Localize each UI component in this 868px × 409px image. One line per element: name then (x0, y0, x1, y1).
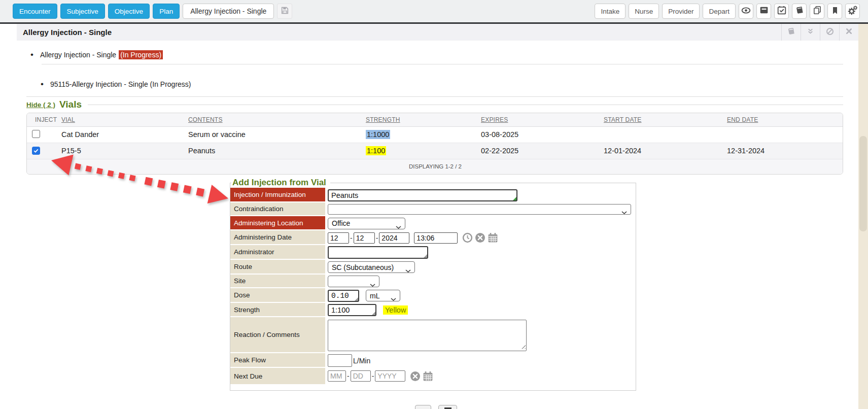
calendar-icon[interactable] (423, 371, 433, 382)
chevron-down-icon (621, 208, 627, 216)
date-year-input[interactable] (379, 232, 409, 244)
forms-list-item-2: 95115-Allergy Injection - Single (In Pro… (41, 79, 191, 89)
panel-journal-button[interactable] (781, 24, 801, 41)
contraindication-label: Contraindication (230, 202, 325, 216)
forms-list-item-1: Allergy Injection - Single (In Progress) (30, 50, 163, 60)
sort-start-date[interactable]: START DATE (604, 116, 641, 123)
clear-date-icon[interactable] (475, 232, 485, 243)
sort-expires[interactable]: EXPIRES (481, 116, 508, 123)
sort-contents[interactable]: CONTENTS (188, 116, 223, 123)
appointments-button[interactable] (774, 4, 789, 19)
save-form-button[interactable] (277, 4, 292, 19)
journal-button[interactable] (792, 4, 807, 19)
cell-expires: 03-08-2025 (480, 126, 603, 143)
panel-disable-button[interactable] (820, 24, 839, 41)
drawer-icon (759, 6, 769, 17)
copy-button[interactable] (810, 4, 824, 19)
displaying-count: DISPLAYING 1-2 / 2 (27, 159, 843, 174)
sort-vial[interactable]: VIAL (61, 116, 75, 123)
panel-collapse-button[interactable] (801, 24, 820, 41)
vial-color-tag: Yellow (383, 305, 408, 315)
date-day-input[interactable] (354, 232, 375, 244)
dose-input[interactable] (328, 290, 359, 302)
next-due-year-input[interactable] (375, 370, 405, 382)
screen: Encounter Subjective Objective Plan Alle… (0, 0, 868, 409)
chevron-down-icon (370, 281, 375, 289)
cell-start-date (603, 126, 726, 143)
row-administrator: Administrator (230, 245, 636, 260)
route-select[interactable]: SC (Subcutaneous) (328, 261, 415, 273)
intake-button[interactable]: Intake (595, 4, 626, 19)
panel-close-button[interactable] (839, 24, 858, 41)
header-contents: CONTENTS (187, 113, 365, 126)
double-chevron-down-icon (807, 27, 814, 37)
row-reaction: Reaction / Comments (230, 317, 636, 353)
header-start-date: START DATE (603, 113, 726, 126)
row-contraindication: Contraindication (230, 202, 636, 216)
strength-label: Strength (230, 303, 325, 317)
time-input[interactable] (414, 232, 458, 244)
hide-vials-link[interactable]: Hide ( 2 ) (26, 101, 55, 109)
scrollbar-thumb[interactable] (859, 136, 867, 231)
toolbar-right-group: Intake Nurse Provider Depart (595, 4, 860, 19)
dose-unit-select[interactable]: mL (366, 290, 400, 301)
row-peak-flow: Peak Flow L/Min (230, 353, 636, 368)
peak-flow-input[interactable] (328, 354, 352, 367)
header-expires: EXPIRES (480, 113, 603, 126)
current-form-button[interactable]: Allergy Injection - Single (183, 4, 274, 19)
settings-button[interactable] (845, 4, 860, 19)
header-strength: STRENGTH (365, 113, 480, 126)
reaction-textarea[interactable] (328, 320, 527, 351)
bookmark-icon (831, 6, 839, 17)
administering-location-select[interactable]: Office (328, 218, 405, 229)
row-site: Site (230, 275, 636, 288)
calendar-check-icon (777, 6, 786, 17)
bottom-button-1[interactable] (415, 405, 431, 409)
date-month-input[interactable] (328, 232, 349, 244)
nurse-button[interactable]: Nurse (629, 4, 659, 19)
bookmark-button[interactable] (827, 4, 842, 19)
panel-action-icons (781, 24, 858, 41)
form-entry-link[interactable]: Allergy Injection - Single (40, 51, 116, 59)
encounter-button[interactable]: Encounter (13, 4, 57, 19)
next-due-day-input[interactable] (351, 370, 371, 382)
peak-flow-unit: L/Min (353, 357, 370, 365)
inject-checkbox-checked[interactable] (32, 147, 40, 155)
row-administering-location: Administering Location Office (230, 216, 636, 230)
sort-end-date[interactable]: END DATE (727, 116, 758, 123)
row-strength: Strength Yellow (230, 303, 636, 317)
next-due-month-input[interactable] (328, 370, 346, 382)
form-sub-entry: 95115-Allergy Injection - Single (In Pro… (50, 80, 191, 88)
close-icon (845, 27, 853, 37)
strength-highlight-blue: 1:1000 (366, 130, 390, 139)
administrator-input[interactable] (328, 246, 428, 259)
view-button[interactable] (739, 4, 753, 19)
site-label: Site (230, 275, 325, 288)
add-injection-legend: Add Injection from Vial (231, 178, 330, 188)
subjective-button[interactable]: Subjective (60, 4, 105, 19)
cell-contents: Peanuts (187, 143, 365, 159)
provider-button[interactable]: Provider (662, 4, 700, 19)
sort-strength[interactable]: STRENGTH (366, 116, 400, 123)
depart-button[interactable]: Depart (703, 4, 736, 19)
inject-checkbox-unchecked[interactable] (32, 130, 40, 138)
objective-button[interactable]: Objective (108, 4, 150, 19)
injection-input[interactable] (328, 189, 517, 201)
calendar-icon[interactable] (488, 232, 498, 243)
in-progress-badge: (In Progress) (119, 50, 163, 59)
bottom-save-button[interactable] (438, 405, 457, 409)
row-administering-date: Administering Date - - (230, 230, 636, 245)
clear-date-icon[interactable] (410, 371, 421, 382)
drawer-button[interactable] (756, 4, 771, 19)
contraindication-select[interactable] (328, 204, 631, 215)
header-vial: VIAL (60, 113, 187, 126)
vials-table: INJECT VIAL CONTENTS STRENGTH EXPIRES ST… (26, 113, 843, 175)
list-divider (42, 64, 843, 64)
clock-icon[interactable] (462, 232, 473, 243)
disable-circle-icon (826, 27, 834, 38)
plan-button[interactable]: Plan (153, 4, 180, 19)
strength-input[interactable] (328, 304, 376, 316)
date-separator: - (347, 372, 350, 380)
site-select[interactable] (328, 276, 379, 287)
cell-vial: Cat Dander (60, 126, 187, 143)
